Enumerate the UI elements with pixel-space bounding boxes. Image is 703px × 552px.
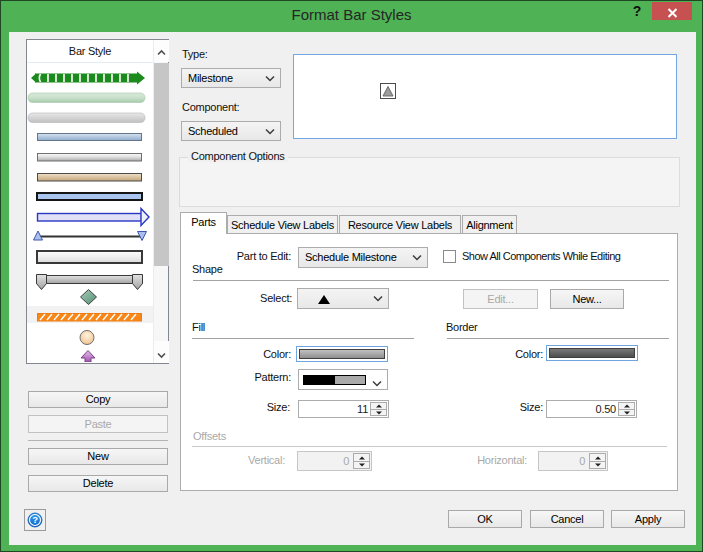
svg-text:?: ? [32,514,38,525]
